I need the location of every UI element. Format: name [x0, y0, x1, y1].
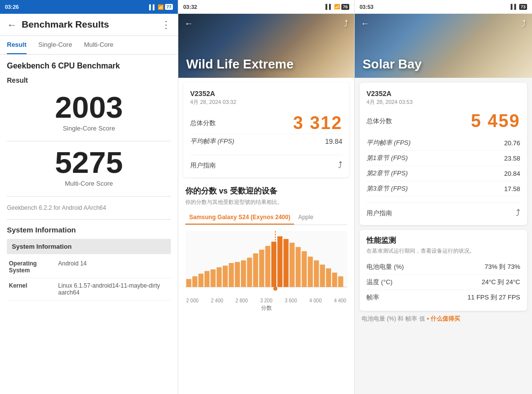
- svg-rect-12: [247, 258, 252, 287]
- share-icon-p3[interactable]: ⤴: [522, 19, 526, 29]
- sys-row-kernel: Kernel Linux 6.1.57-android14-11-maybe-d…: [7, 278, 171, 300]
- svg-rect-6: [210, 269, 215, 287]
- fps-value-p3-1: 23.58: [504, 155, 520, 162]
- svg-rect-11: [241, 261, 246, 287]
- tab-multi-core[interactable]: Multi-Core: [84, 36, 113, 54]
- fps-label-p2: 平均帧率 (FPS): [190, 137, 234, 146]
- fps-label-p3-1: 第1章节 (FPS): [366, 154, 408, 163]
- sys-info-header: System Information: [7, 226, 171, 234]
- toolbar-p1: ← Benchmark Results ⋮: [0, 14, 178, 36]
- page-title: Benchmark Results: [22, 19, 109, 30]
- panel-geekbench: 03:26 ▌▌ 📶 77 ← Benchmark Results ⋮ Resu…: [0, 0, 178, 394]
- back-button[interactable]: ←: [7, 19, 17, 31]
- svg-rect-10: [235, 262, 240, 287]
- back-icon-p2[interactable]: ←: [184, 19, 193, 29]
- signal-icon: ▌▌: [149, 4, 156, 10]
- sys-info-table-header: System Information: [7, 239, 171, 254]
- monitor-subtitle: 在基准测试运行期间，查看设备运行的状况。: [366, 247, 520, 255]
- battery-p3: 73: [519, 4, 527, 10]
- guide-row-p3: 用户指南 ⤴: [366, 202, 520, 218]
- tabs-p1: Result Single-Core Multi-Core: [0, 36, 178, 55]
- monitor-row-temp: 温度 (°C) 24°C 到 24°C: [366, 275, 520, 290]
- sys-row-os: Operating System Android 14: [7, 256, 171, 278]
- monitor-row-fps: 帧率 11 FPS 到 27 FPS: [366, 290, 520, 305]
- histogram-svg: [185, 231, 347, 295]
- guide-row-p2: 用户指南 ⤴: [190, 155, 342, 170]
- multi-core-block: 5275 Multi-Core Score: [7, 147, 171, 187]
- svg-rect-3: [192, 276, 197, 287]
- svg-rect-27: [338, 276, 343, 287]
- svg-rect-20: [296, 247, 300, 287]
- fps-label-p3-2: 第2章节 (FPS): [366, 169, 408, 178]
- score-row-ch2: 第2章节 (FPS) 20.84: [366, 166, 520, 181]
- svg-rect-26: [332, 273, 337, 287]
- compare-tab-apple[interactable]: Apple: [294, 211, 317, 225]
- compare-subtitle: 你的分数与其他受歡迎型號的结果相比。: [185, 198, 347, 206]
- svg-rect-19: [290, 243, 295, 287]
- single-core-label: Single-Core Score: [7, 125, 171, 132]
- multi-core-score: 5275: [7, 147, 171, 178]
- tab-single-core[interactable]: Single-Core: [38, 36, 72, 54]
- device-date-p3: 4月 28, 2024 03:53: [366, 98, 520, 106]
- time-p3: 03:53: [360, 4, 373, 10]
- signal-icon-p2: ▌▌: [326, 4, 332, 9]
- status-icons-p2: ▌▌ 📶 76: [326, 4, 349, 10]
- x-label-2: 2 800: [235, 298, 248, 303]
- divider-version: [7, 196, 171, 197]
- total-score-p3: 5 459: [471, 111, 520, 131]
- device-id-p2: V2352A: [190, 90, 342, 98]
- x-label-0: 2 000: [186, 298, 199, 303]
- hero-title-p2: Wild Life Extreme: [186, 57, 294, 72]
- svg-rect-8: [223, 265, 228, 287]
- fps-label-p3-3: 第3章节 (FPS): [366, 184, 408, 193]
- version-text: Geekbench 6.2.2 for Android AArch64: [7, 202, 171, 211]
- monitor-key-battery: 电池电量 (%): [366, 263, 404, 271]
- svg-rect-9: [229, 263, 233, 287]
- compare-tab-samsung[interactable]: Samsung Galaxy S24 (Exynos 2400): [185, 211, 294, 225]
- share-icon-p2[interactable]: ⤴: [344, 19, 348, 29]
- x-label-4: 3 600: [285, 298, 297, 303]
- hero-wildlife: ← ⤴ Wild Life Extreme: [178, 14, 354, 78]
- svg-rect-14: [259, 250, 264, 287]
- svg-rect-7: [217, 267, 222, 287]
- hero-nav-p3: ← ⤴: [361, 19, 526, 29]
- guide-label-p3: 用户指南: [366, 209, 392, 218]
- brand-tag: • 什么值得买: [427, 315, 461, 323]
- guide-label-p2: 用户指南: [190, 161, 216, 170]
- content-p1: Geekbench 6 CPU Benchmark Result 2003 Si…: [0, 55, 178, 394]
- battery-p2: 76: [341, 4, 349, 10]
- divider-scores: [7, 141, 171, 141]
- status-bar-p3: 03:53 ▌▌ 73: [355, 0, 532, 14]
- more-button[interactable]: ⋮: [161, 19, 171, 31]
- sys-val-os: Android 14: [58, 260, 169, 267]
- tab-result[interactable]: Result: [7, 36, 27, 54]
- svg-rect-4: [199, 274, 203, 287]
- total-score-label-p2: 总体分数: [190, 119, 216, 128]
- svg-rect-17: [277, 236, 282, 287]
- x-label-3: 3 200: [260, 298, 272, 303]
- x-axis-center-label: 分数: [185, 304, 347, 312]
- device-id-p3: V2352A: [366, 90, 520, 98]
- share-icon-card-p2[interactable]: ⤴: [338, 160, 342, 170]
- x-label-6: 4 400: [334, 298, 346, 303]
- hero-solarbay: ← ⤴ Solar Bay: [355, 14, 532, 78]
- monitor-title: 性能监测: [366, 236, 520, 245]
- svg-rect-5: [204, 271, 209, 287]
- back-icon-p3[interactable]: ←: [361, 19, 369, 29]
- score-row-ch3: 第3章节 (FPS) 17.58: [366, 181, 520, 197]
- svg-rect-25: [326, 268, 331, 287]
- p2-result-card: V2352A 4月 28, 2024 03:32 总体分数 3 312 平均帧率…: [183, 83, 349, 177]
- status-icons-p3: ▌▌ 73: [511, 4, 527, 10]
- fps-value-p3-3: 17.58: [504, 185, 520, 193]
- time-p1: 03:26: [5, 4, 19, 10]
- score-row-ch1: 第1章节 (FPS) 23.58: [366, 151, 520, 166]
- monitor-val-battery: 73% 到 73%: [485, 263, 520, 271]
- sys-key-kernel: Kernel: [9, 282, 53, 289]
- svg-rect-23: [314, 261, 319, 287]
- share-icon-card-p3[interactable]: ⤴: [516, 208, 520, 218]
- fps-row-p2: 平均帧率 (FPS) 19.84: [190, 133, 342, 149]
- svg-rect-21: [301, 251, 306, 287]
- histogram-p2: 2 000 2 400 2 800 3 200 3 600 4 000 4 40…: [178, 227, 354, 316]
- score-row-fps: 平均帧率 (FPS) 20.76: [366, 135, 520, 151]
- svg-rect-24: [320, 264, 325, 287]
